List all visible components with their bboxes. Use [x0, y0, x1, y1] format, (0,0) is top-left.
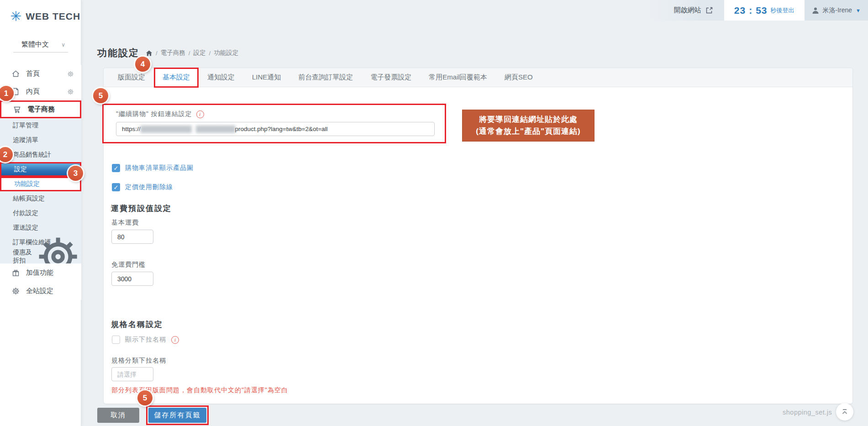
- sidebar-item-function-settings[interactable]: 功能設定: [0, 177, 81, 191]
- open-website-link[interactable]: 開啟網站: [647, 0, 724, 21]
- sidebar-item-payment-settings[interactable]: 付款設定: [0, 206, 81, 221]
- info-icon[interactable]: i: [196, 110, 204, 118]
- breadcrumb-item[interactable]: 設定: [194, 49, 206, 57]
- tab-label: 常用Email回覆範本: [429, 73, 487, 82]
- logout-timer: 23 : 53 秒後登出: [724, 0, 805, 21]
- sidebar-item-label: 內頁: [26, 87, 40, 96]
- sidebar-item-addons[interactable]: 加值功能: [0, 263, 81, 282]
- checkbox-price-strikethrough[interactable]: ✓ 定價使用刪除線: [112, 183, 173, 191]
- tab-label: LINE通知: [252, 73, 281, 82]
- gear-icon[interactable]: [67, 70, 74, 77]
- sidebar-item-label: 訂單管理: [13, 121, 38, 130]
- tab-label: 基本設定: [163, 73, 190, 82]
- asterisk-logo-icon: ✳: [10, 10, 21, 23]
- user-name: 米洛-Irene: [823, 6, 852, 15]
- tab-label: 網頁SEO: [505, 73, 533, 82]
- home-icon: [11, 69, 20, 78]
- sidebar-item-site-settings[interactable]: 全站設定: [0, 282, 81, 300]
- sidebar-item-home[interactable]: 首頁: [0, 65, 81, 83]
- tab-notification-settings[interactable]: 通知設定: [199, 68, 243, 87]
- tabstrip: 版面設定 基本設定 通知設定 LINE通知 前台查詢訂單設定 電子發票設定 常用…: [104, 68, 852, 87]
- tab-label: 電子發票設定: [370, 73, 411, 82]
- tab-seo[interactable]: 網頁SEO: [496, 68, 542, 87]
- url-masked-segment: ██████████: [196, 126, 235, 132]
- continue-shopping-section: "繼續購物" 按鈕連結設定 i https:// █████████████ █…: [102, 104, 446, 143]
- breadcrumb-separator: /: [189, 50, 190, 57]
- language-selector[interactable]: 繁體中文 ∨: [13, 38, 68, 53]
- spec-category-label: 規格分類下拉名稱: [111, 357, 166, 365]
- continue-shopping-label: "繼續購物" 按鈕連結設定: [116, 110, 192, 118]
- url-masked-segment: █████████████: [141, 126, 191, 132]
- checkbox-show-product-image[interactable]: ✓ 購物車清單顯示產品圖: [112, 164, 194, 172]
- tab-e-invoice[interactable]: 電子發票設定: [362, 68, 420, 87]
- url-prefix: https://: [122, 126, 141, 132]
- sidebar-item-label: 商品銷售統計: [13, 151, 51, 159]
- sidebar-item-checkout-settings[interactable]: 結帳頁設定: [0, 191, 81, 206]
- sidebar-item-label: 電子商務: [27, 105, 55, 114]
- tutorial-annotation-box: 將要導回連結網址貼於此處 (通常會放上"產品"頁面連結): [462, 110, 594, 142]
- step-badge-5-top: 5: [93, 88, 108, 103]
- sidebar-item-label: 追蹤清單: [13, 136, 38, 144]
- sidebar-item-label: 付款設定: [13, 209, 38, 217]
- gear-icon: [11, 287, 20, 295]
- checkbox-label: 購物車清單顯示產品圖: [125, 164, 194, 172]
- base-shipping-input[interactable]: [111, 230, 153, 244]
- timer-minutes: 23: [734, 5, 746, 16]
- tab-basic-settings[interactable]: 基本設定: [154, 68, 199, 87]
- info-icon[interactable]: i: [171, 336, 179, 344]
- section-title-spec: 規格名稱設定: [111, 319, 163, 330]
- user-menu[interactable]: 米洛-Irene ▼: [805, 0, 868, 21]
- timer-seconds: 53: [756, 5, 767, 16]
- scroll-top-icon: [841, 408, 849, 416]
- scroll-to-top-button[interactable]: [836, 403, 853, 421]
- tab-layout-settings[interactable]: 版面設定: [109, 68, 154, 87]
- free-shipping-input[interactable]: [111, 272, 153, 286]
- continue-shopping-url-input[interactable]: https:// █████████████ ██████████ produc…: [116, 122, 435, 136]
- gear-icon[interactable]: [67, 88, 74, 95]
- breadcrumb-separator: /: [209, 50, 211, 57]
- language-value: 繁體中文: [21, 40, 49, 49]
- sidebar-menu: 首頁 內頁 電子商務 訂單管理 追蹤清單 商品銷售統計 設定 功能設定 結帳頁設…: [0, 65, 81, 300]
- tab-label: 通知設定: [207, 73, 235, 82]
- gift-icon: [11, 268, 20, 277]
- sidebar-item-order-management[interactable]: 訂單管理: [0, 118, 81, 133]
- breadcrumb-item[interactable]: 電子商務: [161, 49, 185, 57]
- free-shipping-label: 免運費門檻: [111, 261, 146, 269]
- page-head: 功能設定 / 電子商務 / 設定 / 功能設定: [97, 47, 238, 59]
- external-link-icon: [705, 6, 713, 14]
- home-icon[interactable]: [146, 50, 153, 57]
- sidebar-item-label: 全站設定: [26, 287, 53, 295]
- sidebar-item-label: 結帳頁設定: [13, 195, 45, 203]
- sidebar-item-ecommerce[interactable]: 電子商務: [0, 100, 81, 118]
- step-badge-3: 3: [68, 166, 83, 181]
- user-icon: [812, 7, 819, 14]
- sidebar-item-tracking-list[interactable]: 追蹤清單: [0, 133, 81, 147]
- checkbox-checked-icon: ✓: [112, 183, 120, 191]
- checkbox-show-dropdown-name[interactable]: 顯示下拉名稱 i: [112, 336, 179, 344]
- annotation-line-1: 將要導回連結網址貼於此處: [479, 114, 578, 126]
- checkbox-label: 定價使用刪除線: [125, 183, 173, 191]
- page-title: 功能設定: [97, 47, 139, 59]
- sidebar-item-label: 加值功能: [26, 268, 53, 277]
- breadcrumb-separator: /: [156, 50, 158, 57]
- brand-name: WEB TECH: [26, 11, 80, 22]
- sidebar-item-label: 首頁: [26, 69, 40, 78]
- timer-suffix: 秒後登出: [771, 6, 794, 15]
- tab-line-notify[interactable]: LINE通知: [243, 68, 289, 87]
- step-badge-4: 4: [135, 57, 150, 72]
- sidebar-item-label: 設定: [14, 165, 27, 174]
- checkbox-unchecked-icon: [112, 336, 120, 344]
- topbar: 開啟網站 23 : 53 秒後登出 米洛-Irene ▼: [82, 0, 868, 21]
- tab-order-inquiry[interactable]: 前台查詢訂單設定: [289, 68, 362, 87]
- sidebar-item-discounts[interactable]: 優惠及折扣: [0, 250, 81, 263]
- cancel-button[interactable]: 取消: [97, 408, 139, 423]
- annotation-line-2: (通常會放上"產品"頁面連結): [476, 126, 580, 137]
- base-shipping-label: 基本運費: [111, 219, 139, 227]
- breadcrumb-item: 功能設定: [214, 49, 238, 57]
- step-badge-5-bottom: 5: [137, 390, 153, 405]
- spec-category-input[interactable]: [111, 367, 153, 381]
- sidebar: ✳ WEB TECH 繁體中文 ∨ 首頁 內頁 電子商務 訂單管理 追蹤清單 商…: [0, 0, 81, 426]
- tab-email-templates[interactable]: 常用Email回覆範本: [420, 68, 496, 87]
- continue-shopping-label-row: "繼續購物" 按鈕連結設定 i: [116, 110, 204, 118]
- save-all-tabs-button[interactable]: 儲存所有頁籤: [148, 408, 206, 423]
